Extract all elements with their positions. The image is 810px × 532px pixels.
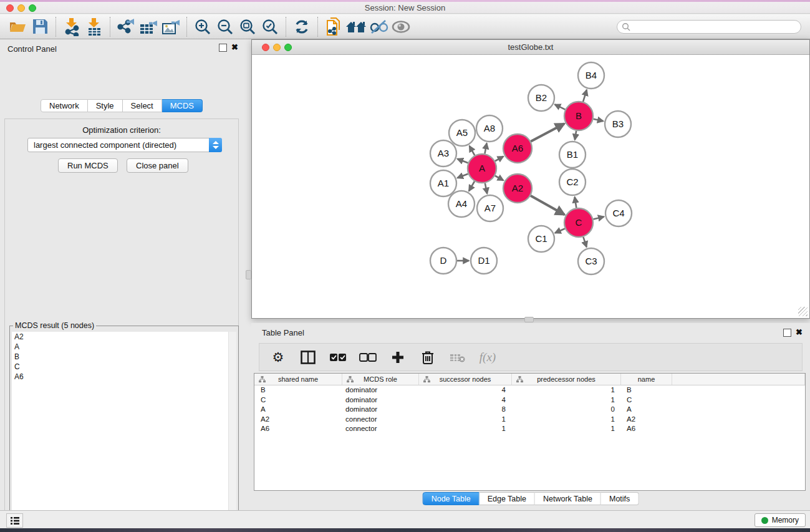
delete-table-button[interactable] xyxy=(449,348,466,367)
clear-all-button[interactable] xyxy=(359,348,377,367)
svg-text:C: C xyxy=(576,217,582,228)
search-input[interactable] xyxy=(617,20,801,34)
result-list-scrollbar[interactable] xyxy=(229,332,236,532)
graph-node-C2[interactable]: C2 xyxy=(559,169,586,195)
export-network-button[interactable] xyxy=(115,16,137,37)
save-session-button[interactable] xyxy=(29,16,51,37)
close-panel-button[interactable]: Close panel xyxy=(127,158,188,173)
tab-motifs[interactable]: Motifs xyxy=(601,492,639,505)
result-item[interactable]: A2 xyxy=(12,332,228,342)
graph-node-D1[interactable]: D1 xyxy=(471,248,497,274)
graph-node-A7[interactable]: A7 xyxy=(477,195,503,221)
function-builder-button[interactable]: f(x) xyxy=(479,348,496,367)
edge-A-A5 xyxy=(470,146,475,155)
graph-node-A2[interactable]: A2 xyxy=(503,174,532,203)
graph-node-B[interactable]: B xyxy=(564,102,593,130)
tab-mcds[interactable]: MCDS xyxy=(162,99,203,112)
main-toolbar xyxy=(0,14,810,39)
run-mcds-button[interactable]: Run MCDS xyxy=(58,158,118,173)
horizontal-splitter-handle[interactable] xyxy=(524,317,534,322)
result-item[interactable]: A6 xyxy=(12,372,228,382)
result-item[interactable]: B xyxy=(12,352,228,362)
table-row[interactable]: A6connector11A6 xyxy=(254,424,805,434)
eye-show-button[interactable] xyxy=(390,16,412,37)
vertical-splitter-handle[interactable] xyxy=(246,270,251,279)
graph-node-A4[interactable]: A4 xyxy=(448,191,475,217)
tab-node-table[interactable]: Node Table xyxy=(423,492,480,505)
table-cell: 1 xyxy=(512,385,621,395)
table-row[interactable]: Adominator80A xyxy=(254,405,805,415)
app-titlebar[interactable]: Session: New Session xyxy=(0,2,810,14)
table-cell: 4 xyxy=(419,385,512,395)
import-network-button[interactable] xyxy=(60,16,83,37)
zoom-selected-button[interactable] xyxy=(259,16,281,37)
memory-label: Memory xyxy=(772,516,799,525)
zoom-out-button[interactable] xyxy=(214,16,236,37)
column-header-predecessor-nodes[interactable]: predecessor nodes xyxy=(512,374,621,385)
graph-node-C4[interactable]: C4 xyxy=(605,200,632,226)
table-row[interactable]: Bdominator41B xyxy=(254,385,805,395)
double-home-button[interactable] xyxy=(345,16,367,37)
table-settings-button[interactable]: ⚙ xyxy=(269,348,287,367)
table-cell: A6 xyxy=(621,424,672,434)
table-float-panel-icon[interactable] xyxy=(783,329,791,337)
toggle-columns-button[interactable] xyxy=(299,348,317,367)
svg-text:A7: A7 xyxy=(485,203,496,213)
search-field-wrap xyxy=(617,20,801,34)
tab-edge-table[interactable]: Edge Table xyxy=(480,492,535,505)
select-all-button[interactable] xyxy=(329,348,347,367)
svg-text:C3: C3 xyxy=(585,256,597,266)
tab-style[interactable]: Style xyxy=(88,99,123,112)
graph-node-A[interactable]: A xyxy=(468,154,496,183)
graph-node-B2[interactable]: B2 xyxy=(528,85,554,111)
export-image-button[interactable] xyxy=(160,16,182,37)
table-panel: Table Panel ✖ ⚙ xyxy=(251,323,810,510)
control-panel-title: Control Panel xyxy=(7,44,57,54)
graph-node-A3[interactable]: A3 xyxy=(430,140,456,167)
column-header-successor-nodes[interactable]: successor nodes xyxy=(419,374,512,385)
memory-button[interactable]: Memory xyxy=(755,513,806,527)
export-table-button[interactable] xyxy=(137,16,160,37)
result-item[interactable]: A xyxy=(12,342,228,352)
close-panel-icon[interactable]: ✖ xyxy=(231,42,238,52)
tab-network-table[interactable]: Network Table xyxy=(535,492,601,505)
zoom-in-button[interactable] xyxy=(191,16,214,37)
zoom-fit-button[interactable] xyxy=(236,16,259,37)
graph-node-B3[interactable]: B3 xyxy=(605,111,631,137)
table-close-panel-icon[interactable]: ✖ xyxy=(796,327,803,337)
task-history-button[interactable] xyxy=(6,513,23,528)
delete-rows-button[interactable] xyxy=(419,348,436,367)
graph-node-D[interactable]: D xyxy=(430,248,456,274)
copy-network-document-button[interactable] xyxy=(322,16,345,37)
window-resize-grip[interactable] xyxy=(798,307,808,316)
column-header-MCDS-role[interactable]: MCDS role xyxy=(342,374,419,385)
tab-network[interactable]: Network xyxy=(41,99,88,112)
table-row[interactable]: Cdominator41C xyxy=(254,395,805,405)
import-table-button[interactable] xyxy=(83,16,105,37)
float-panel-icon[interactable] xyxy=(219,44,227,52)
table-cell: C xyxy=(254,395,342,405)
network-canvas[interactable]: AA1A2A3A4A5A6A7A8BB1B2B3B4CC1C2C3C4DD1 xyxy=(253,56,809,321)
add-row-button[interactable] xyxy=(389,348,407,367)
graph-node-C1[interactable]: C1 xyxy=(528,226,554,252)
graph-node-A1[interactable]: A1 xyxy=(430,170,456,196)
network-window-titlebar[interactable]: testGlobe.txt xyxy=(252,40,809,55)
column-header-name[interactable]: name xyxy=(621,374,672,385)
refresh-layout-button[interactable] xyxy=(291,16,313,37)
graph-node-B4[interactable]: B4 xyxy=(578,62,604,89)
graph-node-C3[interactable]: C3 xyxy=(578,248,604,274)
svg-text:A8: A8 xyxy=(484,123,495,133)
column-header-shared-name[interactable]: shared name xyxy=(254,374,342,385)
mcds-tab-content: Optimization criterion: largest connecte… xyxy=(4,118,239,532)
criterion-dropdown[interactable]: largest connected component (directed) xyxy=(27,138,222,152)
glasses-hide-button[interactable] xyxy=(367,16,390,37)
result-item[interactable]: C xyxy=(12,362,228,372)
graph-node-B1[interactable]: B1 xyxy=(559,142,586,168)
graph-node-A8[interactable]: A8 xyxy=(476,115,503,142)
table-row[interactable]: A2connector11A2 xyxy=(254,415,805,425)
tab-select[interactable]: Select xyxy=(123,99,162,112)
graph-node-A5[interactable]: A5 xyxy=(449,120,475,146)
graph-node-A6[interactable]: A6 xyxy=(503,134,532,163)
graph-node-C[interactable]: C xyxy=(564,208,593,237)
open-session-button[interactable] xyxy=(6,16,29,37)
